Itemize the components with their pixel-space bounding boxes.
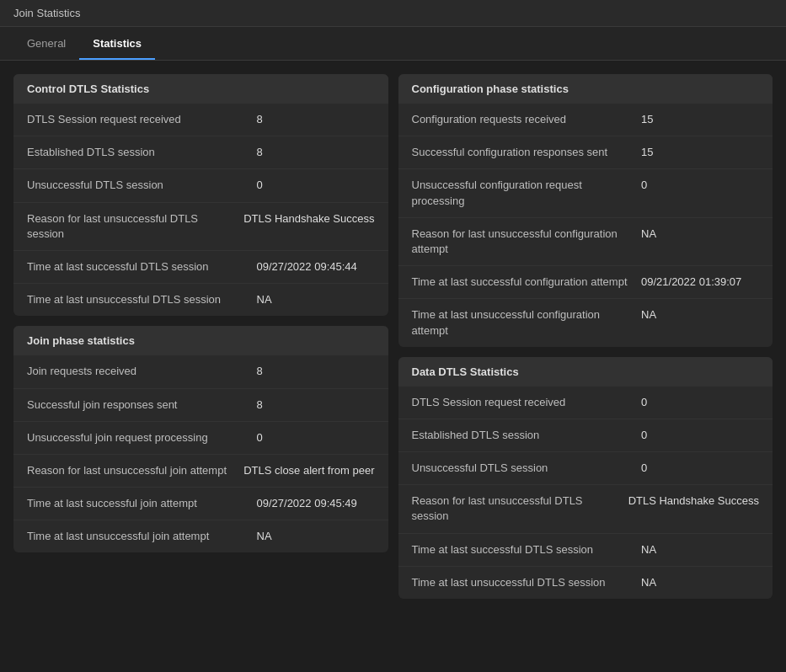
section-join-phase: Join phase statistics Join requests rece… bbox=[13, 326, 388, 552]
stat-value: DTLS Handshake Success bbox=[243, 211, 374, 227]
stat-label: Unsuccessful DTLS session bbox=[27, 178, 257, 193]
stat-row: Join requests received 8 bbox=[13, 355, 388, 388]
stat-label: Time at last successful DTLS session bbox=[412, 542, 642, 557]
section-config-phase-header: Configuration phase statistics bbox=[398, 74, 773, 104]
stat-label: Time at last unsuccessful DTLS session bbox=[412, 575, 642, 590]
stat-row: Time at last successful DTLS session NA bbox=[398, 534, 773, 567]
stat-label: Successful configuration responses sent bbox=[412, 145, 642, 160]
stat-row: Reason for last unsuccessful DTLS sessio… bbox=[13, 203, 388, 251]
section-join-phase-header: Join phase statistics bbox=[13, 326, 388, 355]
stat-value: 8 bbox=[257, 145, 375, 160]
stat-label: Reason for last unsuccessful DTLS sessio… bbox=[27, 211, 243, 242]
stat-row: Unsuccessful DTLS session 0 bbox=[13, 169, 388, 202]
stat-row: Time at last successful DTLS session 09/… bbox=[13, 251, 388, 284]
right-column: Configuration phase statistics Configura… bbox=[398, 74, 773, 599]
stat-value: 09/27/2022 09:45:44 bbox=[257, 259, 375, 275]
stat-row: DTLS Session request received 0 bbox=[398, 387, 773, 419]
section-control-dtls-header: Control DTLS Statistics bbox=[13, 74, 388, 104]
stat-label: Time at last unsuccessful join attempt bbox=[27, 529, 257, 544]
stat-label: Unsuccessful DTLS session bbox=[412, 461, 642, 476]
stat-label: Time at last successful configuration at… bbox=[412, 275, 642, 290]
stat-row: Unsuccessful configuration request proce… bbox=[398, 169, 773, 217]
stat-label: Configuration requests received bbox=[412, 112, 642, 127]
stat-value: NA bbox=[641, 227, 759, 242]
stat-label: Time at last successful DTLS session bbox=[27, 259, 257, 275]
section-data-dtls-header: Data DTLS Statistics bbox=[398, 357, 773, 387]
tab-statistics[interactable]: Statistics bbox=[79, 27, 155, 60]
stat-label: Established DTLS session bbox=[412, 428, 642, 443]
stat-value: 0 bbox=[641, 428, 759, 443]
stat-value: DTLS Handshake Success bbox=[628, 493, 759, 509]
stat-value: 09/27/2022 09:45:49 bbox=[257, 496, 375, 511]
stat-label: Time at last unsuccessful DTLS session bbox=[27, 292, 257, 307]
stat-label: Time at last unsuccessful configuration … bbox=[412, 307, 642, 338]
window-title: Join Statistics bbox=[13, 7, 80, 19]
stat-label: Reason for last unsuccessful join attemp… bbox=[27, 463, 243, 478]
left-column: Control DTLS Statistics DTLS Session req… bbox=[13, 74, 388, 599]
stat-value: NA bbox=[641, 307, 759, 323]
stat-value: 0 bbox=[641, 395, 759, 410]
stat-label: Time at last successful join attempt bbox=[27, 496, 257, 511]
stat-label: Established DTLS session bbox=[27, 145, 257, 160]
stat-row: DTLS Session request received 8 bbox=[13, 104, 388, 136]
stat-row: Time at last unsuccessful DTLS session N… bbox=[13, 284, 388, 316]
stat-value: NA bbox=[641, 542, 759, 557]
stat-value: 8 bbox=[257, 397, 375, 413]
stat-row: Successful configuration responses sent … bbox=[398, 136, 773, 169]
stat-row: Reason for last unsuccessful configurati… bbox=[398, 218, 773, 266]
stat-row: Established DTLS session 0 bbox=[398, 419, 773, 452]
stat-value: 0 bbox=[641, 178, 759, 193]
section-config-phase: Configuration phase statistics Configura… bbox=[398, 74, 773, 347]
stat-value: 8 bbox=[257, 364, 375, 379]
section-control-dtls: Control DTLS Statistics DTLS Session req… bbox=[13, 74, 388, 316]
stat-label: Reason for last unsuccessful configurati… bbox=[412, 227, 642, 257]
stat-value: 0 bbox=[257, 430, 375, 445]
main-content: Control DTLS Statistics DTLS Session req… bbox=[0, 61, 786, 612]
stat-value: 0 bbox=[257, 178, 375, 193]
stat-row: Time at last successful join attempt 09/… bbox=[13, 488, 388, 520]
stat-value: NA bbox=[257, 529, 375, 544]
stat-label: Successful join responses sent bbox=[27, 397, 257, 413]
stat-row: Time at last unsuccessful join attempt N… bbox=[13, 520, 388, 552]
stat-row: Unsuccessful join request processing 0 bbox=[13, 422, 388, 455]
stat-row: Unsuccessful DTLS session 0 bbox=[398, 452, 773, 485]
stat-row: Time at last unsuccessful configuration … bbox=[398, 299, 773, 346]
stat-value: DTLS close alert from peer bbox=[243, 463, 374, 478]
stat-row: Time at last successful configuration at… bbox=[398, 266, 773, 299]
tabs-bar: General Statistics bbox=[0, 27, 786, 61]
stat-value: 0 bbox=[641, 461, 759, 476]
stat-label: DTLS Session request received bbox=[412, 395, 642, 410]
stat-value: NA bbox=[641, 575, 759, 590]
stat-row: Successful join responses sent 8 bbox=[13, 389, 388, 422]
stat-value: 09/21/2022 01:39:07 bbox=[641, 275, 759, 290]
stat-row: Reason for last unsuccessful DTLS sessio… bbox=[398, 485, 773, 533]
stat-value: 8 bbox=[257, 112, 375, 127]
stat-row: Configuration requests received 15 bbox=[398, 104, 773, 136]
stat-value: 15 bbox=[641, 145, 759, 160]
section-data-dtls: Data DTLS Statistics DTLS Session reques… bbox=[398, 357, 773, 599]
stat-label: Unsuccessful join request processing bbox=[27, 430, 257, 445]
stat-label: DTLS Session request received bbox=[27, 112, 257, 127]
stat-label: Reason for last unsuccessful DTLS sessio… bbox=[412, 493, 628, 524]
tab-general[interactable]: General bbox=[13, 27, 79, 60]
stat-value: NA bbox=[257, 292, 375, 307]
stat-row: Reason for last unsuccessful join attemp… bbox=[13, 455, 388, 488]
stat-label: Join requests received bbox=[27, 364, 257, 379]
stat-row: Established DTLS session 8 bbox=[13, 136, 388, 169]
stat-row: Time at last unsuccessful DTLS session N… bbox=[398, 567, 773, 599]
stat-label: Unsuccessful configuration request proce… bbox=[412, 178, 642, 208]
title-bar: Join Statistics bbox=[0, 0, 786, 27]
stat-value: 15 bbox=[641, 112, 759, 127]
